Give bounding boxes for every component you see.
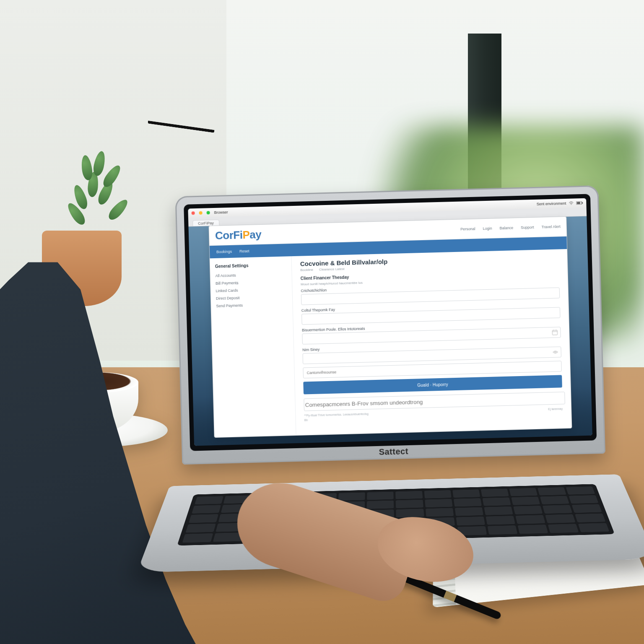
browser-window: CorFiPay Personal Login Balance Support … — [208, 216, 572, 438]
nav-item[interactable]: Support — [521, 225, 534, 230]
form-panel: Cocvoine & Beld Billvalar/olp Bookline C… — [291, 249, 571, 435]
laptop-lid: Browser Sent environment CorFiPay — [175, 185, 605, 465]
scene-root: Browser Sent environment CorFiPay — [0, 0, 644, 644]
traffic-light-close-icon[interactable] — [192, 211, 195, 215]
eye-icon[interactable] — [552, 349, 558, 355]
wifi-icon — [569, 201, 574, 205]
form-field: Bisuermertion Poule. Ellos Intotoreats — [302, 321, 561, 344]
form-field: Crichotchichlon — [301, 282, 560, 305]
sidebar-item[interactable]: Send Payments — [216, 300, 287, 309]
traffic-light-min-icon[interactable] — [199, 211, 203, 215]
sidebar-heading: General Settings — [215, 262, 286, 268]
nav-item[interactable]: Balance — [499, 226, 513, 230]
submit-button[interactable]: Guald · Huporry — [303, 375, 562, 394]
svg-point-7 — [555, 351, 556, 353]
tab-title: CorFiPay — [198, 221, 214, 226]
battery-icon — [576, 201, 583, 205]
svg-rect-3 — [552, 330, 557, 335]
sublink[interactable]: Bookline — [300, 268, 313, 272]
site-logo[interactable]: CorFiPay — [215, 228, 262, 242]
nav-item[interactable]: Travel Alert — [542, 224, 561, 229]
nav-item[interactable]: Personal — [460, 227, 475, 231]
menubar-app-name: Browser — [214, 210, 228, 215]
sidebar: General Settings All Accounts Bill Payme… — [210, 256, 296, 437]
nav-item[interactable]: Login — [483, 226, 492, 231]
form-field: Coltul Thepomk Fay — [301, 301, 561, 325]
footnote-link[interactable]: Ej larennay — [548, 407, 563, 411]
form-field: Nim Siney — [302, 341, 561, 364]
menubar-status-text: Sent environment — [537, 201, 566, 206]
subnav-item[interactable]: Reset — [239, 249, 249, 254]
calendar-icon[interactable] — [552, 330, 558, 335]
sublink[interactable]: Clearance Latest — [319, 267, 345, 272]
subnav-item[interactable]: Bookings — [216, 249, 232, 254]
svg-rect-1 — [577, 202, 580, 204]
primary-nav: Personal Login Balance Support Travel Al… — [460, 224, 561, 231]
page-content: General Settings All Accounts Bill Payme… — [210, 249, 572, 437]
svg-rect-2 — [582, 202, 583, 204]
screen: Browser Sent environment CorFiPay — [188, 198, 592, 446]
traffic-light-max-icon[interactable] — [207, 211, 210, 214]
